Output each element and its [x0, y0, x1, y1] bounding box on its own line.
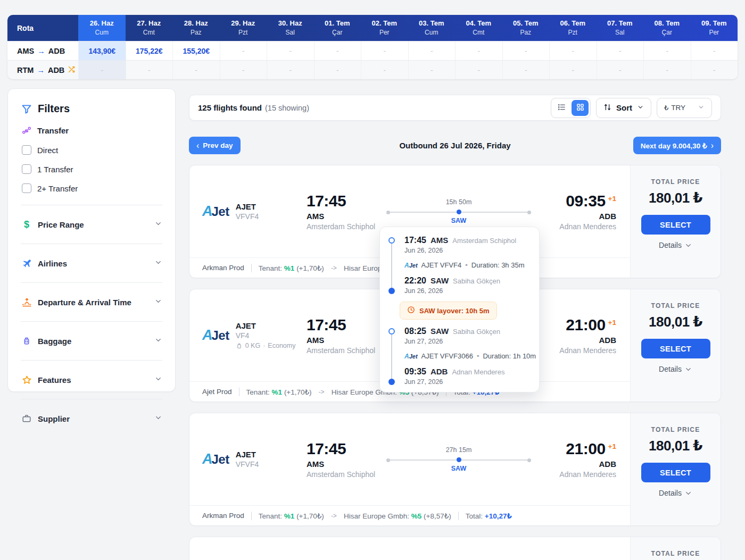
chevron-down-icon: [154, 336, 162, 346]
filter-section-price-range[interactable]: $Price Range: [21, 212, 162, 237]
next-day-label: Next day 9.004,30 ₺: [641, 141, 707, 150]
arrival-airport-code: ADB: [531, 459, 616, 469]
select-button[interactable]: SELECT: [641, 339, 710, 358]
price-cell[interactable]: -: [502, 61, 550, 79]
sort-button[interactable]: Sort: [596, 98, 651, 118]
itinerary-segment: 08:25SAWSabiha Gökçen Jun 27, 2026 AJet …: [388, 327, 531, 386]
arrival-time-row: 09:35+1: [531, 192, 616, 210]
arrival-time: 09:35: [566, 192, 605, 210]
filter-option-2-transfer[interactable]: 2+ Transfer: [21, 179, 162, 198]
details-toggle[interactable]: Details: [659, 241, 692, 249]
total-label: Total:: [466, 512, 483, 520]
price-cell[interactable]: -: [267, 41, 314, 60]
total-price-value: 180,01 ₺: [649, 190, 702, 206]
filter-option-1-transfer[interactable]: 1 Transfer: [21, 160, 162, 179]
date-column-06[interactable]: 06. TemPzt: [549, 15, 597, 41]
date-label: 01. Tem: [314, 19, 361, 27]
prev-day-button[interactable]: ‹ Prev day: [189, 137, 241, 154]
price-cell[interactable]: -: [172, 61, 220, 79]
date-label: 05. Tem: [502, 19, 550, 27]
price-cell[interactable]: -: [643, 41, 691, 60]
price-cell[interactable]: -: [408, 41, 456, 60]
date-column-27[interactable]: 27. HazCmt: [126, 15, 173, 41]
filter-section-features[interactable]: Features: [21, 367, 162, 392]
list-view-button[interactable]: [553, 100, 570, 116]
arrow-separator: ->: [319, 388, 325, 396]
price-cell[interactable]: -: [267, 61, 314, 79]
price-cell[interactable]: -: [220, 41, 267, 60]
details-toggle[interactable]: Details: [659, 489, 692, 497]
currency-select[interactable]: ₺ TRY: [657, 98, 712, 118]
price-cell[interactable]: 143,90€: [78, 41, 126, 60]
day-label: Cmt: [126, 29, 173, 36]
grid-view-button[interactable]: [572, 100, 589, 116]
price-cell[interactable]: -: [597, 41, 644, 60]
filter-section-departure-arrival-time[interactable]: Departure & Arrival Time: [21, 290, 162, 314]
select-button[interactable]: SELECT: [641, 463, 710, 482]
date-column-02[interactable]: 02. TemPer: [361, 15, 408, 41]
price-cell[interactable]: -: [408, 61, 456, 79]
filter-section-airlines[interactable]: Airlines: [21, 251, 162, 275]
flight-code: VFVF4: [236, 212, 259, 221]
price-cell[interactable]: -: [314, 41, 361, 60]
price-cell[interactable]: -: [78, 61, 126, 79]
plus-one-day: +1: [608, 319, 616, 327]
price-cell[interactable]: -: [126, 61, 173, 79]
price-cell[interactable]: 175,22€: [126, 41, 173, 60]
luggage-icon: [21, 336, 32, 346]
price-cell[interactable]: 155,20€: [172, 41, 220, 60]
date-column-29[interactable]: 29. HazPzt: [220, 15, 267, 41]
departure-time: 17:45: [307, 192, 386, 210]
price-cell[interactable]: -: [549, 61, 597, 79]
price-cell[interactable]: -: [549, 41, 597, 60]
filter-section-label: Departure & Arrival Time: [38, 298, 131, 307]
date-column-05[interactable]: 05. TemPaz: [502, 15, 550, 41]
date-column-03[interactable]: 03. TemCum: [408, 15, 456, 41]
chevron-down-icon: [154, 220, 162, 230]
bullet-separator: •: [477, 352, 479, 360]
date-label: 02. Tem: [361, 19, 408, 27]
price-cell[interactable]: -: [455, 61, 502, 79]
transfer-icon: [21, 126, 32, 135]
date-column-08[interactable]: 08. TemÇar: [643, 15, 691, 41]
date-column-28[interactable]: 28. HazPaz: [172, 15, 220, 41]
route-to: ADB: [48, 66, 64, 74]
route-from: RTM: [17, 66, 34, 74]
price-cell[interactable]: -: [597, 61, 644, 79]
price-cell[interactable]: -: [643, 61, 691, 79]
details-label: Details: [659, 365, 682, 373]
day-label: Per: [691, 29, 738, 36]
date-column-09[interactable]: 09. TemPer: [691, 15, 738, 41]
day-label: Pzt: [549, 29, 597, 36]
checkbox[interactable]: [22, 164, 31, 174]
date-column-01[interactable]: 01. TemÇar: [314, 15, 361, 41]
price-cell[interactable]: -: [691, 61, 738, 79]
details-toggle[interactable]: Details: [659, 365, 692, 373]
airline-name: AJET: [236, 450, 259, 459]
price-cell[interactable]: -: [502, 41, 550, 60]
filter-section-supplier[interactable]: Supplier: [21, 406, 162, 431]
timeline-start-dot: [388, 328, 395, 335]
price-cell[interactable]: -: [220, 61, 267, 79]
price-cell[interactable]: -: [691, 41, 738, 60]
price-cell[interactable]: -: [361, 41, 408, 60]
price-cell[interactable]: -: [361, 61, 408, 79]
next-day-button[interactable]: Next day 9.004,30 ₺ ›: [633, 137, 721, 154]
checkbox[interactable]: [22, 145, 31, 155]
airline-name: AJET: [236, 202, 259, 211]
price-cell[interactable]: -: [455, 41, 502, 60]
filter-section-baggage[interactable]: Baggage: [21, 329, 162, 353]
price-cell[interactable]: -: [314, 61, 361, 79]
filter-option-direct[interactable]: Direct: [21, 140, 162, 160]
ajet-logo: AJet: [202, 451, 229, 467]
segment-flight-row: AJet AJET VFVF3066 • Duration: 1h 10m: [404, 352, 531, 360]
lira-icon: ₺: [664, 104, 668, 112]
date-column-30[interactable]: 30. HazSal: [267, 15, 314, 41]
date-column-07[interactable]: 07. TemSal: [597, 15, 644, 41]
checkbox[interactable]: [22, 183, 31, 193]
date-column-26[interactable]: 26. HazCum: [78, 15, 126, 41]
segment-dep-airport: Amsterdam Schiphol: [452, 237, 516, 245]
select-button[interactable]: SELECT: [641, 215, 710, 235]
segment-flight-number: AJET VFVF4: [421, 261, 462, 269]
date-column-04[interactable]: 04. TemCmt: [455, 15, 502, 41]
